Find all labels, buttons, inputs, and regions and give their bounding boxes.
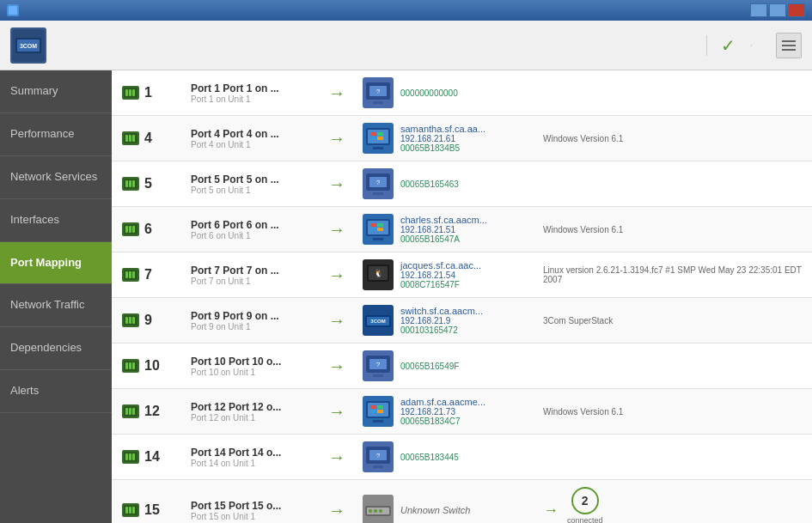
device-section: 🐧 jacques.sf.ca.aac... 192.168.21.54 000… bbox=[363, 259, 543, 290]
port-num-section: 5 bbox=[122, 176, 191, 192]
device-ip-label: 192.168.21.9 bbox=[400, 316, 483, 325]
svg-rect-0 bbox=[9, 6, 17, 15]
device-section: 3COM switch.sf.ca.aacm... 192.168.21.9 0… bbox=[363, 305, 543, 336]
os-info: 3Com SuperStack bbox=[543, 316, 802, 325]
port-num-section: 7 bbox=[122, 267, 191, 283]
device-mac-label: 00065B1834B5 bbox=[400, 143, 485, 153]
port-name: Port 4 Port 4 on ... bbox=[191, 128, 311, 140]
sidebar-item-summary[interactable]: Summary bbox=[0, 70, 112, 113]
device-thumbnail bbox=[363, 495, 394, 523]
maximize-button[interactable] bbox=[769, 3, 786, 17]
table-row[interactable]: 9 Port 9 Port 9 on ... Port 9 on Unit 1 … bbox=[112, 298, 812, 344]
port-subname: Port 9 on Unit 1 bbox=[191, 322, 311, 331]
port-icon bbox=[122, 177, 139, 191]
status-section: ✓ bbox=[706, 35, 741, 56]
arrow-section: → bbox=[311, 402, 363, 422]
port-icon bbox=[122, 503, 139, 517]
port-name: Port 14 Port 14 o... bbox=[191, 447, 311, 459]
svg-rect-83 bbox=[132, 408, 135, 415]
svg-point-110 bbox=[369, 509, 372, 513]
svg-rect-72 bbox=[129, 362, 131, 369]
svg-point-113 bbox=[384, 509, 388, 513]
svg-rect-73 bbox=[132, 362, 135, 369]
svg-rect-104 bbox=[125, 507, 128, 514]
nodes-count: 2 bbox=[571, 487, 599, 514]
svg-rect-55 bbox=[132, 271, 135, 278]
connected-nodes-section: → 2 connectednodes bbox=[543, 487, 603, 523]
table-row[interactable]: 6 Port 6 Port 6 on ... Port 6 on Unit 1 … bbox=[112, 207, 812, 252]
device-thumbnail: 3COM bbox=[363, 305, 394, 336]
svg-rect-50 bbox=[373, 238, 383, 240]
svg-rect-101 bbox=[373, 465, 383, 468]
table-row[interactable]: 4 Port 4 Port 4 on ... Port 4 on Unit 1 … bbox=[112, 116, 812, 161]
close-button[interactable] bbox=[788, 3, 805, 17]
port-name: Port 15 Port 15 o... bbox=[191, 500, 311, 512]
table-row[interactable]: 10 Port 10 Port 10 o... Port 10 on Unit … bbox=[112, 344, 812, 389]
port-num-section: 4 bbox=[122, 131, 191, 146]
port-subname: Port 1 on Unit 1 bbox=[191, 94, 311, 104]
port-info: Port 4 Port 4 on ... Port 4 on Unit 1 bbox=[191, 128, 311, 149]
svg-rect-71 bbox=[125, 362, 128, 369]
sidebar-item-network-traffic[interactable]: Network Traffic bbox=[0, 284, 112, 327]
device-ip-label: 192.168.21.54 bbox=[400, 271, 481, 280]
sidebar-item-alerts[interactable]: Alerts bbox=[0, 370, 112, 413]
alert-section bbox=[751, 45, 766, 46]
device-section: samantha.sf.ca.aa... 192.168.21.61 00065… bbox=[363, 123, 543, 154]
svg-rect-24 bbox=[377, 132, 383, 136]
svg-rect-8 bbox=[129, 89, 131, 96]
content-area[interactable]: 1 Port 1 Port 1 on ... Port 1 on Unit 1 … bbox=[112, 70, 812, 523]
sidebar-item-dependencies[interactable]: Dependencies bbox=[0, 327, 112, 370]
device-name-label: samantha.sf.ca.aa... bbox=[400, 124, 485, 134]
minimize-button[interactable] bbox=[750, 3, 767, 17]
device-thumbnail: ? bbox=[363, 441, 394, 472]
menu-button[interactable] bbox=[776, 33, 802, 58]
svg-rect-14 bbox=[373, 101, 383, 104]
os-info: Windows Version 6.1 bbox=[543, 407, 802, 417]
sidebar-item-interfaces[interactable]: Interfaces bbox=[0, 199, 112, 242]
sidebar-item-performance[interactable]: Performance bbox=[0, 113, 112, 156]
arrow-section: → bbox=[311, 265, 363, 285]
table-row[interactable]: 5 Port 5 Port 5 on ... Port 5 on Unit 1 … bbox=[112, 161, 812, 207]
svg-rect-40 bbox=[125, 226, 128, 233]
port-subname: Port 4 on Unit 1 bbox=[191, 140, 311, 149]
port-info: Port 12 Port 12 o... Port 12 on Unit 1 bbox=[191, 401, 311, 423]
svg-rect-91 bbox=[373, 420, 383, 423]
svg-text:?: ? bbox=[376, 452, 381, 459]
port-subname: Port 14 on Unit 1 bbox=[191, 459, 311, 468]
device-detail: jacques.sf.ca.aac... 192.168.21.54 0008C… bbox=[400, 260, 481, 289]
device-mac: 00065B183445 bbox=[400, 453, 459, 462]
svg-rect-30 bbox=[125, 180, 128, 187]
arrow-section: → bbox=[311, 501, 363, 520]
sidebar-item-port-mapping[interactable]: Port Mapping bbox=[0, 242, 112, 285]
device-detail: 00065B16549F bbox=[400, 362, 459, 371]
svg-rect-46 bbox=[370, 223, 376, 227]
device-ip-label: 192.168.21.51 bbox=[400, 225, 487, 234]
svg-rect-41 bbox=[129, 226, 131, 233]
port-info: Port 5 Port 5 on ... Port 5 on Unit 1 bbox=[191, 173, 311, 195]
table-row[interactable]: 15 Port 15 Port 15 o... Port 15 on Unit … bbox=[112, 480, 812, 523]
device-name-label: switch.sf.ca.aacm... bbox=[400, 306, 483, 316]
svg-rect-88 bbox=[377, 405, 383, 409]
table-row[interactable]: 12 Port 12 Port 12 o... Port 12 on Unit … bbox=[112, 389, 812, 435]
arrow-icon: → bbox=[328, 83, 345, 103]
checkmark-icon: ✓ bbox=[721, 35, 736, 56]
port-number: 9 bbox=[144, 313, 152, 328]
table-row[interactable]: 1 Port 1 Port 1 on ... Port 1 on Unit 1 … bbox=[112, 70, 812, 116]
table-row[interactable]: 7 Port 7 Port 7 on ... Port 7 on Unit 1 … bbox=[112, 252, 812, 298]
device-ip-label: 192.168.21.61 bbox=[400, 134, 485, 143]
arrow-icon: → bbox=[328, 174, 345, 194]
svg-rect-106 bbox=[132, 507, 135, 514]
menu-line-3 bbox=[782, 49, 796, 51]
port-name: Port 5 Port 5 on ... bbox=[191, 173, 311, 185]
port-info: Port 6 Port 6 on ... Port 6 on Unit 1 bbox=[191, 219, 311, 240]
table-row[interactable]: 14 Port 14 Port 14 o... Port 14 on Unit … bbox=[112, 435, 812, 480]
port-name: Port 9 Port 9 on ... bbox=[191, 310, 311, 322]
svg-rect-27 bbox=[373, 147, 383, 149]
device-detail: 000000000000 bbox=[400, 88, 458, 98]
arrow-right-icon: → bbox=[543, 502, 559, 520]
menu-line-2 bbox=[782, 45, 796, 46]
port-number: 5 bbox=[144, 176, 152, 192]
port-icon bbox=[122, 222, 139, 236]
svg-rect-32 bbox=[132, 180, 135, 187]
sidebar-item-network-services[interactable]: Network Services bbox=[0, 156, 112, 199]
